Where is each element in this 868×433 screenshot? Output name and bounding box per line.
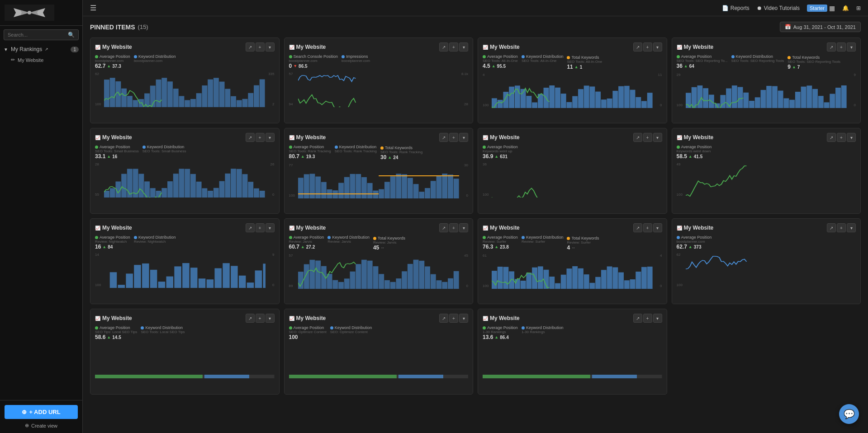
add-url-button[interactable]: ⊕ + ADD URL [5, 405, 78, 419]
card-share-btn-9[interactable]: ↗ [439, 223, 448, 232]
svg-rect-206 [561, 275, 566, 289]
card-menu-btn-10[interactable]: ▾ [653, 223, 662, 232]
svg-rect-129 [361, 177, 367, 198]
card-share-btn-14[interactable]: ↗ [633, 314, 642, 323]
card-share-btn-6[interactable]: ↗ [633, 133, 642, 142]
svg-rect-115 [248, 182, 253, 198]
card-title-7: 📈 My Website [677, 134, 714, 141]
grid-icon: ⊞ [856, 5, 861, 11]
sidebar-item-my-rankings[interactable]: ▼ My Rankings ↗ 1 [0, 44, 82, 55]
card-share-btn-11[interactable]: ↗ [827, 223, 836, 232]
svg-rect-188 [425, 266, 430, 289]
grid-nav-item[interactable]: ⊞ [856, 5, 861, 11]
card-menu-btn-1[interactable]: ▾ [459, 42, 468, 52]
create-view-link[interactable]: ⊕ Create view [5, 423, 78, 428]
search-input[interactable] [8, 32, 68, 38]
starter-nav-item[interactable]: Starter ▦ [807, 5, 835, 12]
date-range-button[interactable]: 📅 Aug 31, 2021 - Oct 31, 2021 [780, 22, 861, 32]
card-share-btn-12[interactable]: ↗ [246, 314, 255, 323]
card-menu-btn-9[interactable]: ▾ [459, 223, 468, 232]
chat-bubble-button[interactable]: 💬 [839, 404, 859, 424]
card-share-btn-8[interactable]: ↗ [246, 223, 255, 232]
card-add-btn-10[interactable]: + [643, 223, 652, 232]
svg-rect-160 [223, 263, 230, 288]
card-add-btn-8[interactable]: + [256, 223, 265, 232]
svg-rect-144 [448, 174, 453, 198]
bell-icon: 🔔 [842, 5, 849, 11]
card-menu-btn-12[interactable]: ▾ [266, 314, 275, 323]
card-menu-btn-5[interactable]: ▾ [459, 133, 468, 142]
card-menu-btn-13[interactable]: ▾ [459, 314, 468, 323]
chart-y-right-9: 45 0 [464, 253, 468, 289]
svg-rect-59 [636, 97, 641, 108]
card-add-btn-14[interactable]: + [643, 314, 652, 323]
card-add-btn-2[interactable]: + [643, 42, 652, 52]
card-menu-btn-11[interactable]: ▾ [847, 223, 856, 232]
card-add-btn-4[interactable]: + [256, 133, 265, 142]
card-add-btn-1[interactable]: + [449, 42, 458, 52]
svg-rect-79 [783, 98, 789, 108]
card-share-btn-3[interactable]: ↗ [827, 42, 836, 52]
card-share-btn-4[interactable]: ↗ [246, 133, 255, 142]
card-menu-btn-14[interactable]: ▾ [653, 314, 662, 323]
chart-y-left-5: 77 100 [289, 162, 295, 198]
card-share-btn-1[interactable]: ↗ [439, 42, 448, 52]
svg-rect-125 [338, 183, 344, 198]
search-icon: 🔍 [68, 32, 75, 38]
svg-rect-205 [555, 283, 560, 289]
svg-rect-180 [379, 274, 384, 289]
svg-rect-193 [453, 271, 459, 289]
card-share-btn-7[interactable]: ↗ [827, 133, 836, 142]
card-add-btn-7[interactable]: + [837, 133, 846, 142]
card-share-btn-0[interactable]: ↗ [246, 42, 255, 52]
card-share-btn-5[interactable]: ↗ [439, 133, 448, 142]
card-menu-btn-2[interactable]: ▾ [653, 42, 662, 52]
hamburger-button[interactable]: ☰ [90, 4, 96, 12]
card-add-btn-11[interactable]: + [837, 223, 846, 232]
chart-area-5: 77 100 30 0 [289, 162, 469, 198]
logo-area [5, 5, 54, 21]
svg-rect-50 [584, 85, 589, 108]
card-menu-btn-0[interactable]: ▾ [266, 42, 275, 52]
card-menu-btn-8[interactable]: ▾ [266, 223, 275, 232]
card-share-btn-2[interactable]: ↗ [633, 42, 642, 52]
card-share-btn-10[interactable]: ↗ [633, 223, 642, 232]
card-menu-btn-7[interactable]: ▾ [847, 133, 856, 142]
card-0: 📈 My Website ↗ + ▾ Average Position boos… [90, 38, 280, 123]
svg-rect-16 [161, 78, 167, 107]
sidebar-sub-item-my-website[interactable]: ✏ My Website [0, 55, 82, 65]
card-menu-btn-3[interactable]: ▾ [847, 42, 856, 52]
chart-y-left-11: 62 100 [677, 252, 683, 288]
svg-rect-216 [618, 273, 624, 289]
card-share-btn-13[interactable]: ↗ [439, 314, 448, 323]
card-add-btn-5[interactable]: + [449, 133, 458, 142]
card-header-11: 📈 My Website ↗ + ▾ [677, 223, 856, 232]
svg-rect-153 [166, 277, 174, 288]
svg-rect-200 [526, 273, 531, 289]
card-add-btn-9[interactable]: + [449, 223, 458, 232]
card-add-btn-0[interactable]: + [256, 42, 265, 52]
svg-rect-47 [567, 102, 572, 108]
card-add-btn-6[interactable]: + [643, 133, 652, 142]
reports-nav-item[interactable]: 📄 Reports [722, 5, 749, 11]
chevron-down-icon: ▼ [4, 47, 8, 52]
svg-rect-70 [731, 85, 737, 108]
chart-y-left-7: 49 100 [677, 161, 683, 198]
pinned-header: PINNED ITEMS (15) 📅 Aug 31, 2021 - Oct 3… [90, 22, 861, 32]
svg-rect-107 [202, 188, 207, 198]
card-add-btn-3[interactable]: + [837, 42, 846, 52]
sidebar-search-box[interactable]: 🔍 [4, 29, 79, 40]
chart-y-left-9: 57 89 [289, 253, 293, 289]
card-header-8: 📈 My Website ↗ + ▾ [95, 223, 275, 232]
calendar-icon: 📅 [785, 24, 791, 30]
svg-rect-177 [361, 260, 367, 289]
card-add-btn-12[interactable]: + [256, 314, 265, 323]
card-menu-btn-4[interactable]: ▾ [266, 133, 275, 142]
svg-rect-83 [806, 85, 812, 108]
video-tutorials-nav-item[interactable]: ⏺ Video Tutorials [757, 5, 800, 11]
card-add-btn-13[interactable]: + [449, 314, 458, 323]
bell-nav-item[interactable]: 🔔 [842, 5, 849, 11]
card-menu-btn-6[interactable]: ▾ [653, 133, 662, 142]
svg-rect-212 [595, 277, 601, 289]
card-9: 📈 My Website ↗ + ▾ Average Position Revi… [284, 218, 474, 304]
